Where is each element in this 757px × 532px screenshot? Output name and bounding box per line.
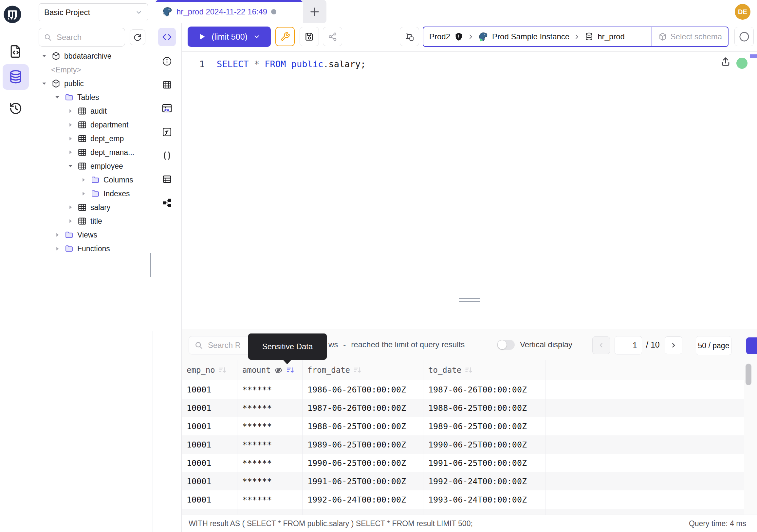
table-cell[interactable]: 1989-06-25T00:00:00Z bbox=[303, 435, 423, 454]
table-cell[interactable]: 1988-06-25T00:00:00Z bbox=[303, 417, 423, 435]
table-cell[interactable]: ****** bbox=[237, 490, 303, 509]
page-number-input[interactable]: 1 bbox=[615, 336, 642, 355]
upload-sql-button[interactable] bbox=[719, 55, 732, 68]
tree-item-bbdataarchive[interactable]: bbdataarchive bbox=[31, 49, 152, 63]
table-cell[interactable]: 10001 bbox=[182, 417, 237, 435]
caret-right-icon[interactable] bbox=[54, 231, 61, 238]
share-sheet-button[interactable] bbox=[323, 27, 342, 46]
table-cell[interactable]: 10001 bbox=[182, 472, 237, 490]
table-cell[interactable]: 10001 bbox=[182, 454, 237, 472]
table-cell[interactable]: 1987-06-26T00:00:00Z bbox=[423, 380, 545, 399]
tree-item-department[interactable]: department bbox=[31, 118, 152, 132]
strip-procedures-button[interactable] bbox=[158, 146, 176, 165]
caret-down-icon[interactable] bbox=[67, 163, 74, 170]
table-cell[interactable]: 1986-06-26T00:00:00Z bbox=[303, 380, 423, 399]
table-cell[interactable]: 1992-06-24T00:00:00Z bbox=[303, 490, 423, 509]
sort-icon-active[interactable] bbox=[286, 366, 295, 374]
caret-right-icon[interactable] bbox=[67, 121, 74, 128]
next-page-button[interactable] bbox=[665, 336, 682, 354]
column-header-emp_no[interactable]: emp_no bbox=[182, 360, 237, 380]
sort-icon[interactable] bbox=[353, 366, 362, 374]
table-cell[interactable]: 1989-06-25T00:00:00Z bbox=[423, 417, 545, 435]
run-options-chevron-icon[interactable] bbox=[253, 33, 260, 41]
table-row[interactable]: 10001******1986-06-26T00:00:00Z1987-06-2… bbox=[182, 380, 744, 399]
table-row[interactable]: 10001******1992-06-24T00:00:00Z1993-06-2… bbox=[182, 490, 744, 509]
caret-right-icon[interactable] bbox=[67, 218, 74, 225]
caret-right-icon[interactable] bbox=[67, 149, 74, 156]
run-query-button[interactable]: (limit 500) bbox=[188, 26, 271, 47]
table-row[interactable]: 10001******1990-06-25T00:00:00Z1991-06-2… bbox=[182, 454, 744, 472]
caret-right-icon[interactable] bbox=[80, 176, 87, 183]
strip-info-button[interactable] bbox=[158, 52, 176, 71]
rail-database-button[interactable] bbox=[3, 64, 29, 90]
bytebase-logo[interactable] bbox=[3, 5, 22, 24]
caret-down-icon[interactable] bbox=[41, 52, 48, 60]
tree-search-input[interactable] bbox=[56, 32, 120, 42]
caret-right-icon[interactable] bbox=[54, 245, 61, 252]
table-cell[interactable]: ****** bbox=[237, 399, 303, 417]
column-header-from_date[interactable]: from_date bbox=[303, 360, 423, 380]
strip-schema-diagram-button[interactable] bbox=[158, 194, 176, 212]
panel-split-handle[interactable] bbox=[459, 298, 480, 299]
table-cell[interactable]: 1994-06-24T00:00:00Z bbox=[423, 509, 545, 515]
change-connection-button[interactable] bbox=[400, 27, 419, 46]
table-cell[interactable]: 1987-06-26T00:00:00Z bbox=[303, 399, 423, 417]
caret-right-icon[interactable] bbox=[67, 135, 74, 142]
caret-right-icon[interactable] bbox=[80, 190, 87, 197]
connection-breadcrumb[interactable]: Prod2 bbox=[423, 26, 729, 47]
caret-down-icon[interactable] bbox=[41, 80, 48, 87]
prev-page-button[interactable] bbox=[592, 336, 610, 354]
strip-code-button[interactable] bbox=[158, 28, 176, 46]
new-tab-button[interactable] bbox=[303, 0, 326, 23]
table-cell[interactable]: 10001 bbox=[182, 380, 237, 399]
ai-assistant-button[interactable] bbox=[734, 27, 754, 46]
tree-item-columns[interactable]: Columns bbox=[31, 173, 152, 187]
caret-right-icon[interactable] bbox=[67, 204, 74, 211]
tree-item-functions[interactable]: Functions bbox=[31, 242, 152, 256]
tree-item-salary[interactable]: salary bbox=[31, 201, 152, 214]
tree-item-indexes[interactable]: Indexes bbox=[31, 187, 152, 201]
sort-icon[interactable] bbox=[218, 366, 227, 374]
table-cell[interactable]: 1988-06-25T00:00:00Z bbox=[423, 399, 545, 417]
table-cell[interactable]: ****** bbox=[237, 509, 303, 515]
column-header-amount[interactable]: amount bbox=[237, 360, 303, 380]
strip-function-button[interactable] bbox=[158, 123, 176, 141]
table-cell[interactable]: 1990-06-25T00:00:00Z bbox=[423, 435, 545, 454]
panel-split-handle[interactable] bbox=[459, 301, 480, 302]
strip-external-tables-button[interactable] bbox=[158, 170, 176, 188]
table-cell[interactable]: 1992-06-24T00:00:00Z bbox=[423, 472, 545, 490]
table-row[interactable]: 10001******1989-06-25T00:00:00Z1990-06-2… bbox=[182, 435, 744, 454]
tab-hr-prod[interactable]: hr_prod 2024-11-22 16:49 bbox=[156, 0, 303, 23]
export-button[interactable] bbox=[746, 337, 757, 354]
tree-item-views[interactable]: Views bbox=[31, 228, 152, 242]
table-cell[interactable]: 1991-06-25T00:00:00Z bbox=[303, 472, 423, 490]
table-cell[interactable]: 1991-06-25T00:00:00Z bbox=[423, 454, 545, 472]
rail-history-button[interactable] bbox=[3, 96, 29, 121]
tree-item-audit[interactable]: audit bbox=[31, 104, 152, 118]
table-cell[interactable]: ****** bbox=[237, 435, 303, 454]
tree-item-tables[interactable]: Tables bbox=[31, 90, 152, 104]
page-size-select[interactable]: 50 / page bbox=[696, 336, 732, 355]
save-sheet-button[interactable] bbox=[300, 27, 319, 46]
results-scrollbar-thumb[interactable] bbox=[745, 363, 751, 385]
user-avatar[interactable]: DE bbox=[735, 4, 750, 20]
rail-worksheet-button[interactable] bbox=[3, 39, 29, 64]
sql-editor[interactable]: 1 SELECT * FROM public.salary; bbox=[182, 52, 757, 329]
strip-tables-button[interactable] bbox=[158, 76, 176, 94]
column-header-to_date[interactable]: to_date bbox=[423, 360, 545, 380]
table-row[interactable]: 10001******1993-06-24T00:00:00Z1994-06-2… bbox=[182, 509, 744, 515]
caret-right-icon[interactable] bbox=[67, 108, 74, 115]
tree-item-dept-mana[interactable]: dept_mana... bbox=[31, 145, 152, 159]
table-cell[interactable]: ****** bbox=[237, 472, 303, 490]
panel-resize-handle[interactable] bbox=[150, 253, 151, 277]
table-cell[interactable]: ****** bbox=[237, 417, 303, 435]
table-cell[interactable]: 10001 bbox=[182, 509, 237, 515]
select-schema-button[interactable]: Select schema bbox=[652, 32, 728, 41]
tree-item-employee[interactable]: employee bbox=[31, 159, 152, 173]
table-cell[interactable]: ****** bbox=[237, 454, 303, 472]
table-cell[interactable]: 1990-06-25T00:00:00Z bbox=[303, 454, 423, 472]
table-cell[interactable]: 10001 bbox=[182, 399, 237, 417]
refresh-button[interactable] bbox=[130, 29, 145, 45]
format-sql-button[interactable] bbox=[275, 27, 295, 46]
tree-item-public[interactable]: public bbox=[31, 77, 152, 90]
